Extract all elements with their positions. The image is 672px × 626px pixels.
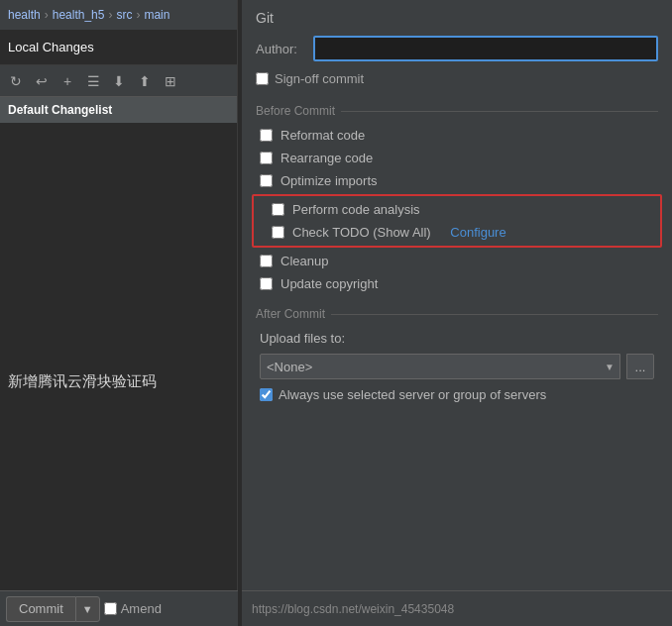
- changelist-label: Default Changelist: [8, 103, 112, 117]
- perform-analysis-checkbox[interactable]: [272, 203, 284, 216]
- reformat-code-option[interactable]: Reformat code: [242, 124, 672, 147]
- configure-link[interactable]: Configure: [450, 225, 505, 240]
- after-section-divider: [331, 314, 658, 315]
- breadcrumb-main[interactable]: main: [144, 8, 169, 22]
- always-use-label: Always use selected server or group of s…: [279, 387, 546, 402]
- url-bar: https://blog.csdn.net/weixin_45435048: [242, 590, 672, 626]
- upload-label: Upload files to:: [242, 327, 672, 350]
- default-changelist[interactable]: Default Changelist: [0, 97, 237, 123]
- bottom-bar: Commit ▼ Amend: [0, 590, 238, 626]
- refresh-button[interactable]: ↻: [4, 69, 28, 93]
- upload-select[interactable]: <None>: [260, 354, 620, 379]
- left-panel: health › health_h5 › src › main Local Ch…: [0, 0, 238, 626]
- panel-title: Git: [242, 0, 672, 32]
- update-copyright-checkbox[interactable]: [260, 277, 273, 290]
- section-divider: [341, 111, 658, 112]
- always-use-row[interactable]: Always use selected server or group of s…: [242, 383, 672, 406]
- tab-local-changes[interactable]: Local Changes: [8, 40, 94, 54]
- author-row: Author:: [242, 32, 672, 69]
- before-commit-label: Before Commit: [256, 104, 335, 118]
- author-label: Author:: [256, 42, 305, 56]
- cleanup-option[interactable]: Cleanup: [242, 250, 672, 272]
- rearrange-code-option[interactable]: Rearrange code: [242, 147, 672, 169]
- move-button[interactable]: ⬆: [133, 69, 157, 93]
- sign-off-row[interactable]: Sign-off commit: [242, 69, 672, 96]
- check-todo-label: Check TODO (Show All): [292, 225, 431, 240]
- upload-row: <None> ▼ ...: [242, 350, 672, 383]
- breadcrumb-src[interactable]: src: [116, 8, 132, 22]
- right-panel: Git Author: Sign-off commit Before Commi…: [242, 0, 672, 590]
- perform-analysis-option[interactable]: Perform code analysis: [254, 198, 660, 221]
- back-button[interactable]: ↩: [30, 69, 54, 93]
- breadcrumb-sep-1: ›: [45, 8, 49, 22]
- amend-checkbox[interactable]: [104, 602, 117, 615]
- update-copyright-option[interactable]: Update copyright: [242, 272, 672, 295]
- reformat-code-label: Reformat code: [280, 128, 365, 143]
- grid-button[interactable]: ⊞: [159, 69, 182, 93]
- browse-button[interactable]: ...: [626, 354, 654, 379]
- forward-button[interactable]: +: [56, 69, 79, 93]
- sign-off-checkbox[interactable]: [256, 72, 269, 85]
- before-commit-header: Before Commit: [242, 96, 672, 124]
- reformat-code-checkbox[interactable]: [260, 129, 273, 142]
- after-commit-section: After Commit Upload files to: <None> ▼ .…: [242, 299, 672, 406]
- always-use-checkbox[interactable]: [260, 388, 273, 401]
- update-copyright-label: Update copyright: [280, 276, 378, 291]
- check-todo-checkbox[interactable]: [272, 226, 284, 239]
- breadcrumb-health[interactable]: health: [8, 8, 41, 22]
- amend-label[interactable]: Amend: [104, 601, 162, 616]
- add-changelist-button[interactable]: ☰: [81, 69, 105, 93]
- toolbar: ↻ ↩ + ☰ ⬇ ⬆ ⊞: [0, 65, 237, 97]
- breadcrumb: health › health_h5 › src › main: [0, 0, 237, 30]
- perform-analysis-label: Perform code analysis: [292, 202, 420, 217]
- tab-bar: Local Changes: [0, 30, 237, 65]
- after-commit-label: After Commit: [256, 307, 325, 321]
- optimize-imports-checkbox[interactable]: [260, 174, 273, 187]
- after-commit-header: After Commit: [242, 299, 672, 327]
- upload-select-wrapper: <None> ▼: [260, 354, 620, 379]
- breadcrumb-health-h5[interactable]: health_h5: [53, 8, 105, 22]
- rearrange-code-checkbox[interactable]: [260, 152, 273, 164]
- commit-dropdown-button[interactable]: ▼: [75, 596, 100, 622]
- breadcrumb-sep-3: ›: [136, 8, 140, 22]
- commit-button-group: Commit ▼: [6, 596, 100, 622]
- cleanup-label: Cleanup: [280, 254, 328, 268]
- commit-button[interactable]: Commit: [6, 596, 75, 622]
- breadcrumb-sep-2: ›: [108, 8, 112, 22]
- sign-off-label: Sign-off commit: [275, 71, 364, 86]
- optimize-imports-option[interactable]: Optimize imports: [242, 169, 672, 192]
- highlight-box: Perform code analysis Check TODO (Show A…: [252, 194, 662, 248]
- url-text: https://blog.csdn.net/weixin_45435048: [252, 602, 454, 616]
- collapse-button[interactable]: ⬇: [107, 69, 131, 93]
- author-input[interactable]: [313, 36, 658, 61]
- chinese-file-label: 新增腾讯云滑块验证码: [0, 366, 165, 397]
- optimize-imports-label: Optimize imports: [280, 173, 378, 188]
- amend-text: Amend: [121, 601, 162, 616]
- rearrange-code-label: Rearrange code: [280, 151, 373, 165]
- cleanup-checkbox[interactable]: [260, 255, 273, 267]
- check-todo-option[interactable]: Check TODO (Show All) Configure: [254, 221, 660, 244]
